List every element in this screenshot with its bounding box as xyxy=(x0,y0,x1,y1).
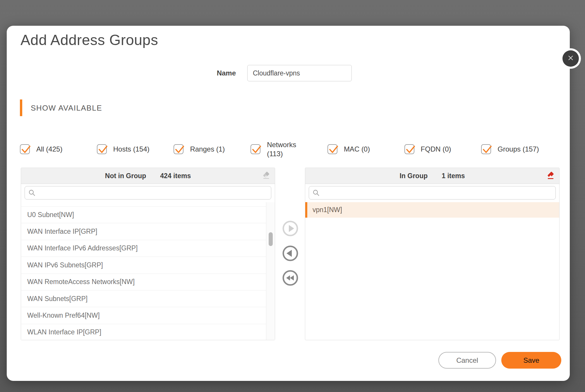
in-group-panel: In Group 1 items xyxy=(305,168,560,340)
list-item-label: vpn1[NW] xyxy=(313,206,342,214)
filter-checkbox[interactable] xyxy=(20,144,30,154)
name-label: Name xyxy=(205,69,236,77)
close-icon xyxy=(567,54,574,63)
filter-label: FQDN (0) xyxy=(421,145,451,154)
arrow-left-icon xyxy=(282,258,299,263)
not-in-group-panel: Not in Group 424 items xyxy=(21,168,275,340)
list-item-label: WAN Interface IPv6 Addresses[GRP] xyxy=(27,244,138,252)
list-item-label: WAN Interface IP[GRP] xyxy=(27,228,97,235)
list-item-label: WAN IPv6 Subnets[GRP] xyxy=(27,261,103,269)
panel-count: 1 items xyxy=(442,172,465,180)
filter-label: MAC (0) xyxy=(344,145,370,154)
list-item-label: U0 Subnet[NW] xyxy=(27,211,74,219)
filter-checkbox-item[interactable]: Ranges (1) xyxy=(174,144,251,154)
cancel-button[interactable]: Cancel xyxy=(438,352,496,369)
list-item[interactable]: Well-Known Pref64[NW] xyxy=(21,307,266,324)
save-button[interactable]: Save xyxy=(501,352,561,369)
scrollbar-track[interactable] xyxy=(266,202,275,340)
filter-checkbox-item[interactable]: Groups (157) xyxy=(481,144,558,154)
search-input[interactable] xyxy=(322,186,553,199)
clear-selection-button[interactable] xyxy=(262,172,271,180)
list-item[interactable]: WAN Interface IP[GRP] xyxy=(21,223,266,240)
arrow-right-icon xyxy=(282,233,299,238)
filter-checkbox-row: All (425)Hosts (154)Ranges (1)Networks (… xyxy=(20,139,558,159)
move-left-button[interactable] xyxy=(282,245,299,262)
filter-checkbox-item[interactable]: Networks (113) xyxy=(251,140,327,158)
filter-label: Hosts (154) xyxy=(113,145,150,154)
list-item[interactable]: WLAN Interface IP[GRP] xyxy=(21,324,266,340)
name-input[interactable] xyxy=(247,65,352,81)
scrollbar-thumb[interactable] xyxy=(269,232,273,246)
move-all-left-button[interactable] xyxy=(282,269,299,286)
section-accent-bar xyxy=(20,99,22,116)
not-in-group-search xyxy=(25,186,271,200)
search-input[interactable] xyxy=(38,186,269,199)
filter-checkbox-item[interactable]: All (425) xyxy=(20,144,97,154)
list-item-label: Well-Known Pref64[NW] xyxy=(27,312,100,319)
panel-title: In Group xyxy=(399,172,428,180)
panel-count: 424 items xyxy=(160,172,191,180)
not-in-group-header: Not in Group 424 items xyxy=(21,168,275,184)
list-item-selected[interactable]: vpn1[NW] xyxy=(305,202,559,218)
filter-checkbox-item[interactable]: Hosts (154) xyxy=(97,144,174,154)
not-in-group-list: U0 Subnet[NW]WAN Interface IP[GRP]WAN In… xyxy=(21,202,266,340)
list-item-partial xyxy=(21,202,266,207)
filter-label: Networks (113) xyxy=(267,140,306,158)
filter-label: All (425) xyxy=(36,145,62,154)
filter-label: Ranges (1) xyxy=(190,145,225,154)
filter-checkbox-item[interactable]: MAC (0) xyxy=(327,144,404,154)
close-button[interactable] xyxy=(562,50,579,67)
list-item-label: WLAN Interface IP[GRP] xyxy=(27,328,101,336)
list-item-label: WAN Subnets[GRP] xyxy=(27,295,88,303)
filter-checkbox[interactable] xyxy=(404,144,414,154)
eraser-icon-red xyxy=(547,171,555,181)
list-item[interactable]: U0 Subnet[NW] xyxy=(21,207,266,223)
list-item-label: WAN RemoteAccess Networks[NW] xyxy=(27,278,135,286)
dialog-title: Add Address Groups xyxy=(20,32,158,49)
section-label: SHOW AVAILABLE xyxy=(31,104,102,113)
panel-title: Not in Group xyxy=(105,172,146,180)
list-item[interactable]: WAN IPv6 Subnets[GRP] xyxy=(21,257,266,274)
double-arrow-left-icon xyxy=(282,283,299,287)
clear-group-button[interactable] xyxy=(546,172,555,180)
in-group-list: vpn1[NW] xyxy=(305,202,559,340)
add-address-groups-dialog: Add Address Groups Name SHOW AVAILABLE A… xyxy=(7,26,570,381)
in-group-search xyxy=(309,186,556,200)
filter-checkbox[interactable] xyxy=(251,144,260,154)
filter-checkbox[interactable] xyxy=(174,144,183,154)
filter-checkbox-item[interactable]: FQDN (0) xyxy=(404,144,481,154)
list-item[interactable]: WAN RemoteAccess Networks[NW] xyxy=(21,274,266,290)
filter-label: Groups (157) xyxy=(497,145,539,154)
list-item[interactable]: WAN Subnets[GRP] xyxy=(21,290,266,307)
filter-checkbox[interactable] xyxy=(327,144,337,154)
in-group-header: In Group 1 items xyxy=(305,168,559,184)
list-item[interactable]: WAN Interface IPv6 Addresses[GRP] xyxy=(21,240,266,257)
move-right-button[interactable] xyxy=(282,220,299,237)
filter-checkbox[interactable] xyxy=(481,144,491,154)
eraser-icon xyxy=(262,171,270,181)
filter-checkbox[interactable] xyxy=(97,144,107,154)
